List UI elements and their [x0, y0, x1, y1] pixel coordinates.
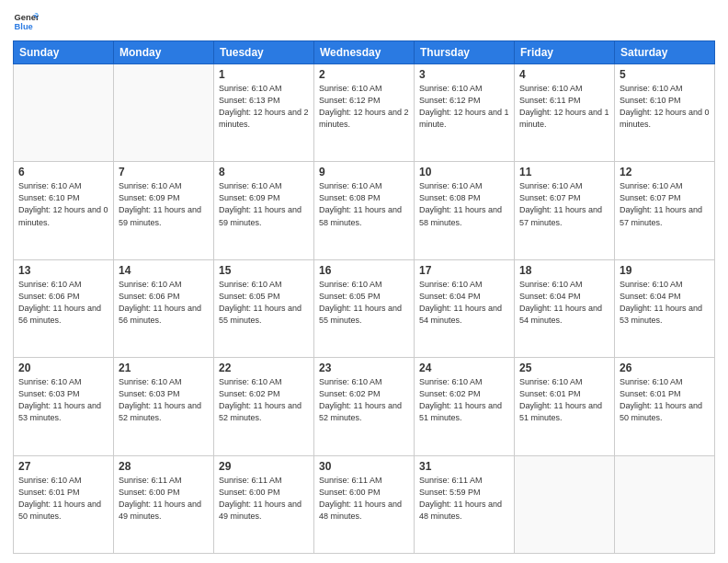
day-info: Sunrise: 6:10 AM Sunset: 6:07 PM Dayligh…: [519, 180, 609, 228]
calendar-cell: 30Sunrise: 6:11 AM Sunset: 6:00 PM Dayli…: [314, 455, 415, 553]
header: General Blue: [13, 9, 715, 35]
day-number: 27: [18, 460, 108, 473]
day-info: Sunrise: 6:10 AM Sunset: 6:06 PM Dayligh…: [18, 279, 108, 327]
logo: General Blue: [13, 9, 40, 35]
week-row-1: 1Sunrise: 6:10 AM Sunset: 6:13 PM Daylig…: [14, 64, 715, 162]
day-number: 22: [219, 362, 309, 374]
day-number: 25: [519, 362, 609, 374]
calendar-cell: 21Sunrise: 6:10 AM Sunset: 6:03 PM Dayli…: [114, 358, 214, 455]
day-info: Sunrise: 6:10 AM Sunset: 6:02 PM Dayligh…: [419, 376, 509, 424]
day-number: 8: [219, 166, 309, 178]
calendar-cell: 4Sunrise: 6:10 AM Sunset: 6:11 PM Daylig…: [515, 64, 615, 162]
logo-icon: General Blue: [13, 9, 39, 35]
day-number: 14: [119, 264, 209, 277]
calendar-cell: 22Sunrise: 6:10 AM Sunset: 6:02 PM Dayli…: [214, 358, 314, 455]
calendar-cell: 13Sunrise: 6:10 AM Sunset: 6:06 PM Dayli…: [14, 259, 114, 357]
calendar-cell: 14Sunrise: 6:10 AM Sunset: 6:06 PM Dayli…: [114, 259, 214, 357]
week-row-3: 13Sunrise: 6:10 AM Sunset: 6:06 PM Dayli…: [14, 259, 715, 357]
day-number: 6: [18, 166, 108, 178]
day-info: Sunrise: 6:10 AM Sunset: 6:12 PM Dayligh…: [319, 83, 409, 131]
day-number: 26: [620, 362, 710, 374]
day-info: Sunrise: 6:10 AM Sunset: 6:04 PM Dayligh…: [620, 279, 710, 327]
day-info: Sunrise: 6:10 AM Sunset: 6:13 PM Dayligh…: [219, 83, 309, 131]
calendar-cell: 16Sunrise: 6:10 AM Sunset: 6:05 PM Dayli…: [314, 259, 415, 357]
day-info: Sunrise: 6:10 AM Sunset: 6:10 PM Dayligh…: [620, 83, 710, 131]
day-info: Sunrise: 6:10 AM Sunset: 6:10 PM Dayligh…: [18, 180, 108, 228]
svg-text:General: General: [15, 13, 39, 22]
calendar-cell: 29Sunrise: 6:11 AM Sunset: 6:00 PM Dayli…: [214, 455, 314, 553]
day-info: Sunrise: 6:10 AM Sunset: 6:09 PM Dayligh…: [219, 180, 309, 228]
day-number: 17: [419, 264, 509, 277]
day-info: Sunrise: 6:10 AM Sunset: 6:01 PM Dayligh…: [620, 376, 710, 424]
day-number: 28: [119, 460, 209, 473]
day-info: Sunrise: 6:10 AM Sunset: 6:08 PM Dayligh…: [419, 180, 509, 228]
day-number: 18: [519, 264, 609, 277]
day-info: Sunrise: 6:11 AM Sunset: 5:59 PM Dayligh…: [419, 475, 509, 523]
week-row-5: 27Sunrise: 6:10 AM Sunset: 6:01 PM Dayli…: [14, 455, 715, 553]
day-number: 13: [18, 264, 108, 277]
day-number: 11: [519, 166, 609, 178]
calendar-cell: 7Sunrise: 6:10 AM Sunset: 6:09 PM Daylig…: [114, 162, 214, 259]
day-number: 1: [219, 68, 309, 81]
day-number: 16: [319, 264, 409, 277]
day-number: 20: [18, 362, 108, 374]
calendar-cell: 6Sunrise: 6:10 AM Sunset: 6:10 PM Daylig…: [14, 162, 114, 259]
calendar-cell: [14, 64, 114, 162]
day-number: 4: [519, 68, 609, 81]
day-number: 19: [620, 264, 710, 277]
weekday-header-tuesday: Tuesday: [214, 41, 314, 64]
day-number: 3: [419, 68, 509, 81]
calendar-cell: 26Sunrise: 6:10 AM Sunset: 6:01 PM Dayli…: [615, 358, 715, 455]
day-number: 31: [419, 460, 509, 473]
calendar-cell: 27Sunrise: 6:10 AM Sunset: 6:01 PM Dayli…: [14, 455, 114, 553]
day-info: Sunrise: 6:10 AM Sunset: 6:11 PM Dayligh…: [519, 83, 609, 131]
calendar-cell: 24Sunrise: 6:10 AM Sunset: 6:02 PM Dayli…: [415, 358, 515, 455]
day-info: Sunrise: 6:10 AM Sunset: 6:06 PM Dayligh…: [119, 279, 209, 327]
calendar-cell: 1Sunrise: 6:10 AM Sunset: 6:13 PM Daylig…: [214, 64, 314, 162]
day-number: 29: [219, 460, 309, 473]
day-number: 5: [620, 68, 710, 81]
day-info: Sunrise: 6:10 AM Sunset: 6:02 PM Dayligh…: [219, 376, 309, 424]
calendar-cell: 15Sunrise: 6:10 AM Sunset: 6:05 PM Dayli…: [214, 259, 314, 357]
calendar-cell: [515, 455, 615, 553]
calendar-cell: 9Sunrise: 6:10 AM Sunset: 6:08 PM Daylig…: [314, 162, 415, 259]
day-info: Sunrise: 6:10 AM Sunset: 6:04 PM Dayligh…: [519, 279, 609, 327]
day-info: Sunrise: 6:10 AM Sunset: 6:09 PM Dayligh…: [119, 180, 209, 228]
calendar-cell: 8Sunrise: 6:10 AM Sunset: 6:09 PM Daylig…: [214, 162, 314, 259]
week-row-4: 20Sunrise: 6:10 AM Sunset: 6:03 PM Dayli…: [14, 358, 715, 455]
calendar-table: SundayMondayTuesdayWednesdayThursdayFrid…: [13, 40, 715, 554]
weekday-header-row: SundayMondayTuesdayWednesdayThursdayFrid…: [14, 41, 715, 64]
day-number: 21: [119, 362, 209, 374]
day-number: 24: [419, 362, 509, 374]
weekday-header-monday: Monday: [114, 41, 214, 64]
day-info: Sunrise: 6:10 AM Sunset: 6:01 PM Dayligh…: [519, 376, 609, 424]
svg-text:Blue: Blue: [15, 22, 33, 31]
day-info: Sunrise: 6:10 AM Sunset: 6:05 PM Dayligh…: [319, 279, 409, 327]
day-info: Sunrise: 6:10 AM Sunset: 6:01 PM Dayligh…: [18, 475, 108, 523]
day-info: Sunrise: 6:10 AM Sunset: 6:02 PM Dayligh…: [319, 376, 409, 424]
calendar-cell: 20Sunrise: 6:10 AM Sunset: 6:03 PM Dayli…: [14, 358, 114, 455]
day-number: 2: [319, 68, 409, 81]
calendar-cell: 25Sunrise: 6:10 AM Sunset: 6:01 PM Dayli…: [515, 358, 615, 455]
weekday-header-saturday: Saturday: [615, 41, 715, 64]
day-number: 9: [319, 166, 409, 178]
calendar-cell: 31Sunrise: 6:11 AM Sunset: 5:59 PM Dayli…: [415, 455, 515, 553]
calendar-cell: 3Sunrise: 6:10 AM Sunset: 6:12 PM Daylig…: [415, 64, 515, 162]
day-number: 15: [219, 264, 309, 277]
calendar-cell: 17Sunrise: 6:10 AM Sunset: 6:04 PM Dayli…: [415, 259, 515, 357]
calendar-cell: 18Sunrise: 6:10 AM Sunset: 6:04 PM Dayli…: [515, 259, 615, 357]
day-number: 12: [620, 166, 710, 178]
weekday-header-thursday: Thursday: [415, 41, 515, 64]
day-info: Sunrise: 6:10 AM Sunset: 6:03 PM Dayligh…: [119, 376, 209, 424]
calendar-cell: 5Sunrise: 6:10 AM Sunset: 6:10 PM Daylig…: [615, 64, 715, 162]
weekday-header-wednesday: Wednesday: [314, 41, 415, 64]
week-row-2: 6Sunrise: 6:10 AM Sunset: 6:10 PM Daylig…: [14, 162, 715, 259]
calendar-cell: 11Sunrise: 6:10 AM Sunset: 6:07 PM Dayli…: [515, 162, 615, 259]
calendar-cell: [114, 64, 214, 162]
calendar-cell: 28Sunrise: 6:11 AM Sunset: 6:00 PM Dayli…: [114, 455, 214, 553]
day-number: 30: [319, 460, 409, 473]
day-info: Sunrise: 6:10 AM Sunset: 6:12 PM Dayligh…: [419, 83, 509, 131]
page: General Blue SundayMondayTuesdayWednesda…: [0, 0, 728, 563]
day-info: Sunrise: 6:11 AM Sunset: 6:00 PM Dayligh…: [219, 475, 309, 523]
day-info: Sunrise: 6:10 AM Sunset: 6:05 PM Dayligh…: [219, 279, 309, 327]
